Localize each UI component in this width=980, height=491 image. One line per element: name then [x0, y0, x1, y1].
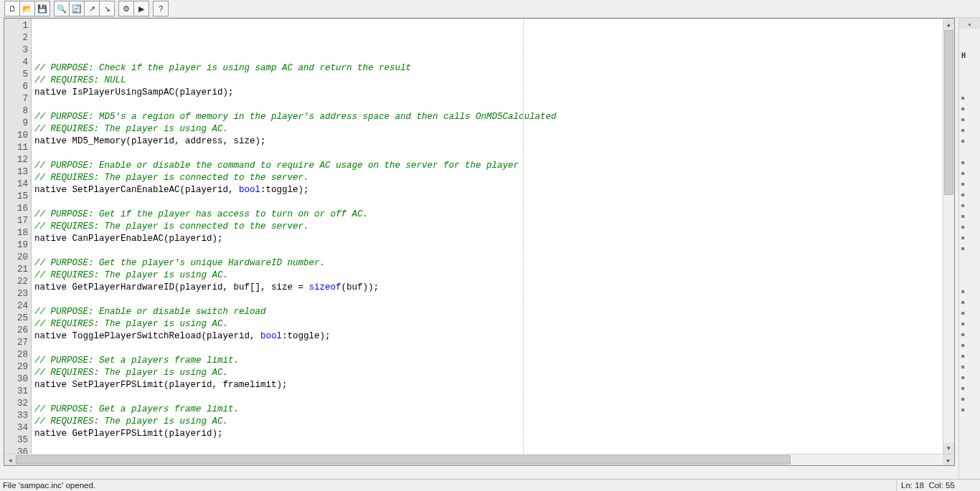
line-number: 5 — [4, 69, 31, 81]
docmap-item[interactable]: m — [959, 158, 980, 168]
document-map[interactable]: ▴ Hmmmmmmmmmmmmmmmmmmmmmmmmmm — [958, 18, 980, 480]
docmap-item[interactable] — [959, 61, 980, 72]
line-number: 20 — [4, 252, 31, 264]
code-line[interactable]: native IsPlayerUsingSampAC(playerid); — [32, 87, 943, 99]
code-line[interactable]: native GetPlayerHardwareID(playerid, buf… — [32, 282, 943, 294]
save-file-button[interactable]: 💾 — [34, 1, 50, 16]
docmap-item[interactable] — [959, 265, 980, 276]
code-line[interactable] — [32, 440, 943, 452]
horizontal-scrollbar[interactable]: ◂ ▸ — [4, 454, 954, 465]
code-line[interactable]: // PURPOSE: Check if the player is using… — [32, 62, 943, 75]
line-number: 16 — [4, 203, 31, 215]
code-line[interactable]: // PURPOSE: Get if the player has access… — [32, 209, 943, 221]
code-editor[interactable]: 1234567891011121314151617181920212223242… — [4, 18, 955, 466]
code-line[interactable]: // REQUIRES: The player is using AC. — [32, 367, 943, 379]
docmap-item[interactable]: m — [959, 330, 980, 340]
docmap-item[interactable]: H — [959, 50, 980, 61]
find-next-button[interactable]: ↘ — [99, 1, 115, 16]
code-line[interactable] — [32, 50, 943, 62]
docmap-item[interactable]: m — [959, 308, 980, 319]
docmap-item[interactable]: m — [959, 168, 980, 179]
code-line[interactable] — [32, 245, 943, 257]
docmap-item[interactable]: m — [959, 287, 980, 297]
code-line[interactable] — [32, 99, 943, 111]
code-line[interactable] — [32, 294, 943, 306]
docmap-item[interactable]: m — [959, 319, 980, 330]
line-number: 29 — [4, 361, 31, 373]
code-line[interactable]: native TogglePlayerSwitchReload(playerid… — [32, 330, 943, 343]
docmap-item[interactable]: m — [959, 297, 980, 308]
code-line[interactable]: // PURPOSE: Get the player's unique Hard… — [32, 257, 943, 270]
docmap-item[interactable]: m — [959, 383, 980, 394]
docmap-item[interactable] — [959, 276, 980, 287]
docmap-item[interactable] — [959, 254, 980, 265]
code-line[interactable]: // REQUIRES: The player is connected to … — [32, 172, 943, 184]
line-number: 10 — [4, 130, 31, 142]
code-line[interactable]: // REQUIRES: The player is using AC. — [32, 318, 943, 330]
code-line[interactable]: native CanPlayerEnableAC(playerid); — [32, 233, 943, 245]
code-line[interactable]: // REQUIRES: The player is using AC. — [32, 416, 943, 428]
line-number: 7 — [4, 93, 31, 105]
docmap-item[interactable]: m — [959, 233, 980, 244]
find-button[interactable]: 🔍 — [54, 1, 70, 16]
docmap-item[interactable] — [959, 147, 980, 158]
docmap-item[interactable]: m — [959, 104, 980, 115]
scroll-right-arrow-icon[interactable]: ▸ — [943, 454, 954, 465]
docmap-item[interactable]: m — [959, 201, 980, 211]
code-line[interactable]: // REQUIRES: The player is using AC. — [32, 123, 943, 135]
docmap-item[interactable]: m — [959, 93, 980, 104]
scroll-left-arrow-icon[interactable]: ◂ — [4, 454, 16, 465]
code-area[interactable]: // PURPOSE: Check if the player is using… — [32, 19, 943, 454]
docmap-item[interactable]: m — [959, 222, 980, 233]
code-line[interactable]: native MD5_Memory(playerid, address, siz… — [32, 135, 943, 148]
docmap-item[interactable]: m — [959, 136, 980, 147]
line-number: 1 — [4, 20, 31, 32]
docmap-item[interactable]: m — [959, 351, 980, 362]
line-number: 35 — [4, 434, 31, 447]
line-number: 32 — [4, 398, 31, 410]
docmap-item[interactable]: m — [959, 373, 980, 383]
code-line[interactable]: // PURPOSE: Enable or disable switch rel… — [32, 306, 943, 318]
code-line[interactable] — [32, 196, 943, 209]
goto-button[interactable]: ↗ — [84, 1, 100, 16]
new-file-button[interactable]: 🗋 — [4, 1, 20, 16]
code-line[interactable]: // PURPOSE: MD5's a region of memory in … — [32, 111, 943, 123]
docmap-item[interactable]: m — [959, 115, 980, 125]
docmap-item[interactable]: m — [959, 405, 980, 416]
scroll-up-arrow-icon[interactable]: ▴ — [943, 19, 954, 30]
code-line[interactable]: native SetPlayerCanEnableAC(playerid, bo… — [32, 184, 943, 196]
find-replace-button[interactable]: 🔄 — [69, 1, 85, 16]
docmap-item[interactable]: m — [959, 190, 980, 201]
line-number: 12 — [4, 154, 31, 166]
code-line[interactable]: // REQUIRES: The player is connected to … — [32, 221, 943, 233]
docmap-item[interactable]: m — [959, 179, 980, 190]
vertical-scrollbar[interactable]: ▴ ▾ — [943, 19, 954, 454]
options-button[interactable]: ⚙ — [118, 1, 134, 16]
docmap-item[interactable]: m — [959, 340, 980, 351]
horizontal-scrollbar-thumb[interactable] — [16, 455, 791, 464]
run-button[interactable]: ▶ — [133, 1, 149, 16]
docmap-item[interactable]: m — [959, 125, 980, 136]
code-line[interactable] — [32, 391, 943, 404]
scroll-down-arrow-icon[interactable]: ▾ — [943, 442, 954, 454]
code-line[interactable]: native SetPlayerFPSLimit(playerid, frame… — [32, 379, 943, 391]
help-button[interactable]: ? — [153, 1, 169, 16]
code-line[interactable] — [32, 148, 943, 160]
open-file-button[interactable]: 📂 — [19, 1, 35, 16]
docmap-item[interactable]: m — [959, 211, 980, 222]
docmap-item[interactable] — [959, 72, 980, 82]
docmap-item[interactable]: m — [959, 394, 980, 405]
code-line[interactable]: native GetPlayerFPSLimit(playerid); — [32, 428, 943, 440]
line-number: 26 — [4, 325, 31, 337]
code-line[interactable]: // REQUIRES: NULL — [32, 75, 943, 87]
code-line[interactable]: // REQUIRES: The player is using AC. — [32, 270, 943, 282]
code-line[interactable]: // PURPOSE: Enable or disable the comman… — [32, 160, 943, 172]
code-line[interactable]: // PURPOSE: Get a players frame limit. — [32, 404, 943, 416]
docmap-up-arrow-icon[interactable]: ▴ — [959, 18, 980, 29]
vertical-scrollbar-thumb[interactable] — [944, 30, 953, 195]
docmap-item[interactable]: m — [959, 362, 980, 373]
code-line[interactable]: // PURPOSE: Set a players frame limit. — [32, 355, 943, 367]
code-line[interactable] — [32, 343, 943, 355]
docmap-item[interactable]: m — [959, 244, 980, 254]
docmap-item[interactable] — [959, 82, 980, 93]
